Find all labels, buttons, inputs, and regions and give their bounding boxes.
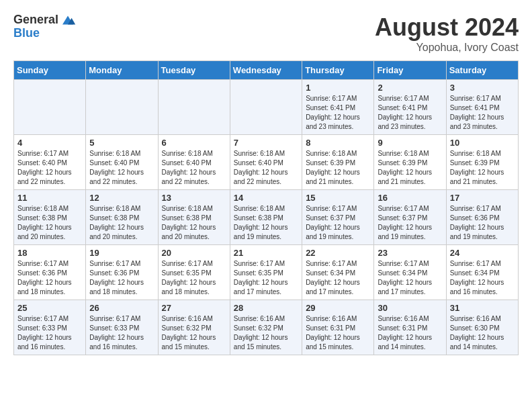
calendar-cell: 1Sunrise: 6:17 AM Sunset: 6:41 PM Daylig… xyxy=(302,80,374,135)
day-number: 19 xyxy=(89,248,154,258)
day-number: 21 xyxy=(234,248,298,258)
calendar-cell: 21Sunrise: 6:17 AM Sunset: 6:35 PM Dayli… xyxy=(230,245,302,300)
calendar-cell: 28Sunrise: 6:16 AM Sunset: 6:32 PM Dayli… xyxy=(230,300,302,355)
calendar-cell: 26Sunrise: 6:17 AM Sunset: 6:33 PM Dayli… xyxy=(86,300,158,355)
calendar-cell xyxy=(14,80,86,135)
day-number: 30 xyxy=(378,303,442,313)
day-info: Sunrise: 6:17 AM Sunset: 6:33 PM Dayligh… xyxy=(17,314,82,352)
day-info: Sunrise: 6:17 AM Sunset: 6:41 PM Dayligh… xyxy=(378,94,442,132)
day-number: 13 xyxy=(162,193,226,203)
calendar-cell: 18Sunrise: 6:17 AM Sunset: 6:36 PM Dayli… xyxy=(14,245,86,300)
day-info: Sunrise: 6:16 AM Sunset: 6:32 PM Dayligh… xyxy=(234,314,298,352)
day-of-week-header: Sunday xyxy=(14,61,86,80)
day-info: Sunrise: 6:17 AM Sunset: 6:35 PM Dayligh… xyxy=(234,259,298,297)
calendar-week-row: 1Sunrise: 6:17 AM Sunset: 6:41 PM Daylig… xyxy=(14,80,519,135)
day-number: 4 xyxy=(17,138,82,148)
logo-icon xyxy=(60,13,76,27)
calendar-cell: 19Sunrise: 6:17 AM Sunset: 6:36 PM Dayli… xyxy=(86,245,158,300)
day-number: 16 xyxy=(378,193,442,203)
day-info: Sunrise: 6:16 AM Sunset: 6:31 PM Dayligh… xyxy=(306,314,370,352)
day-number: 14 xyxy=(234,193,298,203)
day-info: Sunrise: 6:18 AM Sunset: 6:39 PM Dayligh… xyxy=(450,149,515,187)
day-info: Sunrise: 6:18 AM Sunset: 6:40 PM Dayligh… xyxy=(234,149,298,187)
day-info: Sunrise: 6:17 AM Sunset: 6:37 PM Dayligh… xyxy=(306,204,370,242)
day-of-week-header: Tuesday xyxy=(158,61,230,80)
day-number: 9 xyxy=(378,138,442,148)
day-number: 6 xyxy=(162,138,226,148)
day-info: Sunrise: 6:18 AM Sunset: 6:40 PM Dayligh… xyxy=(162,149,226,187)
calendar-cell: 25Sunrise: 6:17 AM Sunset: 6:33 PM Dayli… xyxy=(14,300,86,355)
calendar-cell: 7Sunrise: 6:18 AM Sunset: 6:40 PM Daylig… xyxy=(230,135,302,190)
day-number: 24 xyxy=(450,248,515,258)
calendar-cell: 3Sunrise: 6:17 AM Sunset: 6:41 PM Daylig… xyxy=(446,80,518,135)
day-number: 2 xyxy=(378,83,442,93)
day-info: Sunrise: 6:17 AM Sunset: 6:36 PM Dayligh… xyxy=(17,259,82,297)
logo-text: General Blue xyxy=(13,13,76,40)
day-info: Sunrise: 6:16 AM Sunset: 6:31 PM Dayligh… xyxy=(378,314,442,352)
calendar-cell: 6Sunrise: 6:18 AM Sunset: 6:40 PM Daylig… xyxy=(158,135,230,190)
calendar-cell: 14Sunrise: 6:18 AM Sunset: 6:38 PM Dayli… xyxy=(230,190,302,245)
day-number: 7 xyxy=(234,138,298,148)
day-number: 11 xyxy=(17,193,82,203)
calendar-cell: 29Sunrise: 6:16 AM Sunset: 6:31 PM Dayli… xyxy=(302,300,374,355)
day-info: Sunrise: 6:17 AM Sunset: 6:36 PM Dayligh… xyxy=(450,204,515,242)
day-number: 18 xyxy=(17,248,82,258)
calendar-week-row: 11Sunrise: 6:18 AM Sunset: 6:38 PM Dayli… xyxy=(14,190,519,245)
calendar-cell: 10Sunrise: 6:18 AM Sunset: 6:39 PM Dayli… xyxy=(446,135,518,190)
calendar-cell: 22Sunrise: 6:17 AM Sunset: 6:34 PM Dayli… xyxy=(302,245,374,300)
logo-blue: Blue xyxy=(13,27,76,40)
day-number: 5 xyxy=(89,138,154,148)
day-info: Sunrise: 6:18 AM Sunset: 6:38 PM Dayligh… xyxy=(234,204,298,242)
calendar-cell xyxy=(86,80,158,135)
calendar-cell xyxy=(230,80,302,135)
day-number: 31 xyxy=(450,303,515,313)
day-info: Sunrise: 6:17 AM Sunset: 6:34 PM Dayligh… xyxy=(450,259,515,297)
day-info: Sunrise: 6:17 AM Sunset: 6:33 PM Dayligh… xyxy=(89,314,154,352)
day-number: 8 xyxy=(306,138,370,148)
calendar-cell: 27Sunrise: 6:16 AM Sunset: 6:32 PM Dayli… xyxy=(158,300,230,355)
day-number: 25 xyxy=(17,303,82,313)
calendar-cell: 15Sunrise: 6:17 AM Sunset: 6:37 PM Dayli… xyxy=(302,190,374,245)
day-number: 28 xyxy=(234,303,298,313)
day-number: 17 xyxy=(450,193,515,203)
calendar-cell: 23Sunrise: 6:17 AM Sunset: 6:34 PM Dayli… xyxy=(374,245,446,300)
day-info: Sunrise: 6:18 AM Sunset: 6:40 PM Dayligh… xyxy=(89,149,154,187)
day-info: Sunrise: 6:17 AM Sunset: 6:34 PM Dayligh… xyxy=(378,259,442,297)
calendar-cell: 17Sunrise: 6:17 AM Sunset: 6:36 PM Dayli… xyxy=(446,190,518,245)
month-year: August 2024 xyxy=(375,13,519,42)
calendar-cell: 9Sunrise: 6:18 AM Sunset: 6:39 PM Daylig… xyxy=(374,135,446,190)
calendar-week-row: 18Sunrise: 6:17 AM Sunset: 6:36 PM Dayli… xyxy=(14,245,519,300)
calendar-cell xyxy=(158,80,230,135)
day-info: Sunrise: 6:17 AM Sunset: 6:40 PM Dayligh… xyxy=(17,149,82,187)
day-info: Sunrise: 6:18 AM Sunset: 6:38 PM Dayligh… xyxy=(162,204,226,242)
day-number: 12 xyxy=(89,193,154,203)
day-info: Sunrise: 6:17 AM Sunset: 6:37 PM Dayligh… xyxy=(378,204,442,242)
day-number: 22 xyxy=(306,248,370,258)
day-number: 10 xyxy=(450,138,515,148)
day-number: 27 xyxy=(162,303,226,313)
day-info: Sunrise: 6:17 AM Sunset: 6:36 PM Dayligh… xyxy=(89,259,154,297)
calendar-cell: 20Sunrise: 6:17 AM Sunset: 6:35 PM Dayli… xyxy=(158,245,230,300)
calendar-cell: 13Sunrise: 6:18 AM Sunset: 6:38 PM Dayli… xyxy=(158,190,230,245)
day-of-week-header: Wednesday xyxy=(230,61,302,80)
calendar-table: SundayMondayTuesdayWednesdayThursdayFrid… xyxy=(13,60,519,355)
day-of-week-header: Friday xyxy=(374,61,446,80)
calendar-cell: 8Sunrise: 6:18 AM Sunset: 6:39 PM Daylig… xyxy=(302,135,374,190)
calendar-cell: 24Sunrise: 6:17 AM Sunset: 6:34 PM Dayli… xyxy=(446,245,518,300)
day-of-week-header: Thursday xyxy=(302,61,374,80)
day-number: 3 xyxy=(450,83,515,93)
day-info: Sunrise: 6:16 AM Sunset: 6:30 PM Dayligh… xyxy=(450,314,515,352)
calendar-cell: 4Sunrise: 6:17 AM Sunset: 6:40 PM Daylig… xyxy=(14,135,86,190)
day-of-week-header: Monday xyxy=(86,61,158,80)
location: Yopohua, Ivory Coast xyxy=(375,42,519,54)
calendar-cell: 2Sunrise: 6:17 AM Sunset: 6:41 PM Daylig… xyxy=(374,80,446,135)
day-info: Sunrise: 6:17 AM Sunset: 6:34 PM Dayligh… xyxy=(306,259,370,297)
day-info: Sunrise: 6:17 AM Sunset: 6:41 PM Dayligh… xyxy=(450,94,515,132)
calendar-cell: 31Sunrise: 6:16 AM Sunset: 6:30 PM Dayli… xyxy=(446,300,518,355)
day-info: Sunrise: 6:18 AM Sunset: 6:38 PM Dayligh… xyxy=(17,204,82,242)
day-number: 20 xyxy=(162,248,226,258)
calendar-cell: 30Sunrise: 6:16 AM Sunset: 6:31 PM Dayli… xyxy=(374,300,446,355)
day-info: Sunrise: 6:16 AM Sunset: 6:32 PM Dayligh… xyxy=(162,314,226,352)
day-number: 29 xyxy=(306,303,370,313)
day-number: 15 xyxy=(306,193,370,203)
